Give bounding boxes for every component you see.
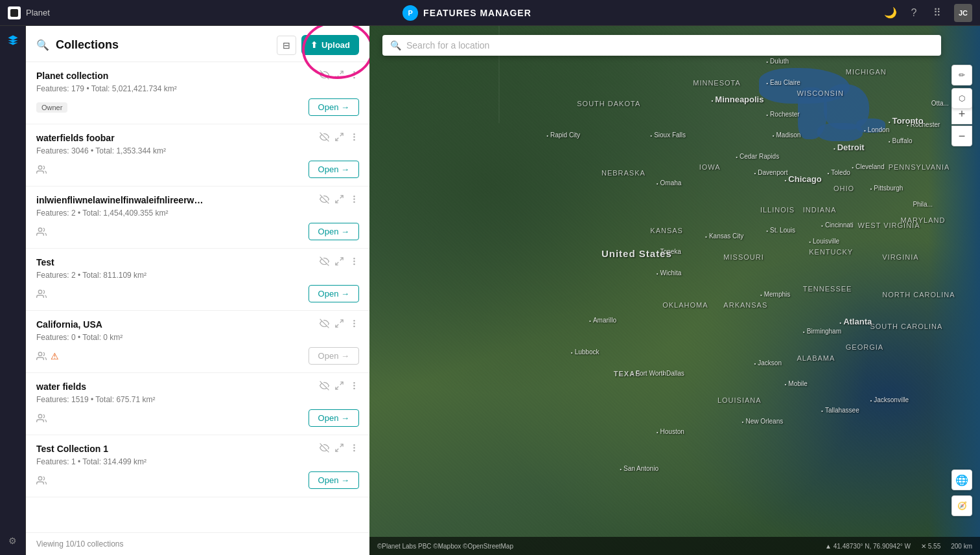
planet-app-icon: P — [402, 5, 418, 21]
svg-point-23 — [354, 258, 355, 259]
collection-tags — [36, 475, 47, 486]
open-collection-button[interactable]: Open → — [309, 161, 359, 178]
map-search-bar[interactable]: 🔍 Search for a location — [382, 35, 941, 56]
collection-tags — [36, 289, 47, 299]
collections-list: Planet collection Features: 179 • Total:… — [26, 62, 369, 532]
collection-name: water fields — [36, 381, 205, 392]
apps-grid-icon[interactable]: ⠿ — [931, 6, 944, 19]
collection-name: inlwienfliwnelawinelfinwaleifnlireerwerw… — [36, 195, 205, 205]
svg-point-3 — [354, 72, 355, 73]
dark-mode-icon[interactable]: 🌙 — [884, 6, 897, 19]
collection-item-footer: Open → — [36, 285, 359, 302]
open-collection-button[interactable]: Open → — [309, 98, 359, 116]
collection-item-icons — [320, 132, 359, 144]
map-coordinates: ▲ 41.48730° N, 76.90942° W — [825, 543, 911, 550]
svg-point-47 — [38, 477, 41, 480]
app-title: FEATURES MANAGER — [423, 8, 531, 18]
visibility-icon[interactable] — [320, 194, 329, 206]
visibility-icon[interactable] — [320, 132, 329, 144]
sidebar-item-settings[interactable]: ⚙ — [4, 532, 22, 550]
collection-item-icons — [320, 319, 359, 330]
collection-item-icons — [320, 443, 359, 455]
more-options-icon[interactable] — [349, 256, 359, 268]
visibility-icon[interactable] — [320, 70, 329, 82]
collection-item-icons — [320, 256, 359, 268]
lake-ontario — [856, 119, 885, 133]
filter-button[interactable]: ⊟ — [277, 36, 296, 55]
collection-item-footer: Open → — [36, 161, 359, 178]
globe-button[interactable]: 🌐 — [951, 470, 972, 490]
upload-icon: ⬆ — [310, 40, 318, 50]
svg-point-4 — [354, 74, 355, 75]
more-options-icon[interactable] — [349, 70, 359, 82]
svg-line-43 — [336, 449, 338, 451]
fit-to-view-icon[interactable] — [334, 194, 344, 206]
collection-tags — [36, 413, 47, 424]
svg-line-21 — [340, 258, 343, 260]
draw-tool-button[interactable]: ✏ — [951, 65, 972, 85]
topbar-center: P FEATURES MANAGER — [402, 5, 531, 21]
sidebar-item-layers[interactable] — [4, 31, 22, 49]
collections-search-button[interactable]: 🔍 — [36, 39, 49, 51]
visibility-icon[interactable] — [320, 381, 329, 392]
collection-item-header: California, USA — [36, 319, 359, 330]
open-collection-button[interactable]: Open → — [309, 409, 359, 427]
topbar: Planet P FEATURES MANAGER 🌙 ? ⠿ JC — [0, 0, 980, 26]
collection-tag — [36, 351, 47, 361]
map-area[interactable]: NORTHMINNESOTAMinneapolisDuluthSOUTH DAK… — [369, 26, 980, 555]
collection-tag — [36, 164, 47, 175]
svg-line-7 — [340, 133, 343, 136]
open-collection-button[interactable]: Open → — [309, 285, 359, 302]
open-collection-button: Open → — [309, 347, 359, 365]
svg-point-44 — [354, 445, 355, 446]
user-avatar[interactable]: JC — [954, 4, 972, 22]
collection-tags: Owner — [36, 102, 67, 113]
collection-tag — [36, 413, 47, 424]
collection-item-footer: ⚠ Open → — [36, 347, 359, 365]
collections-header-left: 🔍 Collections — [36, 38, 119, 52]
svg-line-36 — [336, 387, 338, 389]
collection-item-header: water fields — [36, 381, 359, 392]
collection-meta: Features: 2 • Total: 811.109 km² — [36, 271, 359, 280]
map-zoom-level: ✕ 5.55 — [921, 543, 940, 550]
fit-to-view-icon[interactable] — [334, 443, 344, 455]
more-options-icon[interactable] — [349, 443, 359, 455]
collection-tag — [36, 475, 47, 486]
svg-point-10 — [354, 137, 355, 137]
fit-to-view-icon[interactable] — [334, 381, 344, 392]
compass-button[interactable]: 🧭 — [951, 495, 972, 516]
svg-line-14 — [340, 196, 343, 198]
help-icon[interactable]: ? — [907, 6, 920, 19]
more-options-icon[interactable] — [349, 381, 359, 392]
svg-point-40 — [38, 414, 41, 418]
topbar-left: Planet — [8, 6, 50, 19]
map-search-placeholder: Search for a location — [406, 40, 489, 51]
collection-item: California, USA Features: 0 • Total: 0 k… — [26, 311, 369, 373]
open-collection-button[interactable]: Open → — [309, 471, 359, 489]
upload-button[interactable]: ⬆ Upload — [301, 35, 359, 55]
svg-line-2 — [336, 76, 338, 78]
svg-point-37 — [354, 383, 355, 383]
visibility-icon[interactable] — [320, 319, 329, 330]
fit-to-view-icon[interactable] — [334, 132, 344, 144]
fit-to-view-icon[interactable] — [334, 70, 344, 82]
layers-button[interactable]: ⬡ — [951, 88, 972, 109]
more-options-icon[interactable] — [349, 132, 359, 144]
visibility-icon[interactable] — [320, 256, 329, 268]
visibility-icon[interactable] — [320, 443, 329, 455]
collection-item-icons — [320, 194, 359, 206]
fit-to-view-icon[interactable] — [334, 256, 344, 268]
more-options-icon[interactable] — [349, 194, 359, 206]
collection-name: Test Collection 1 — [36, 444, 205, 454]
more-options-icon[interactable] — [349, 319, 359, 330]
zoom-out-button[interactable]: − — [951, 126, 972, 146]
collection-item-header: Test Collection 1 — [36, 443, 359, 455]
fit-to-view-icon[interactable] — [334, 319, 344, 330]
svg-point-16 — [354, 196, 355, 197]
collection-item-footer: Open → — [36, 223, 359, 240]
svg-point-18 — [354, 201, 355, 202]
open-collection-button[interactable]: Open → — [309, 223, 359, 240]
collection-item-footer: Owner Open → — [36, 98, 359, 116]
collection-item-icons — [320, 70, 359, 82]
collection-item-header: Planet collection — [36, 70, 359, 82]
